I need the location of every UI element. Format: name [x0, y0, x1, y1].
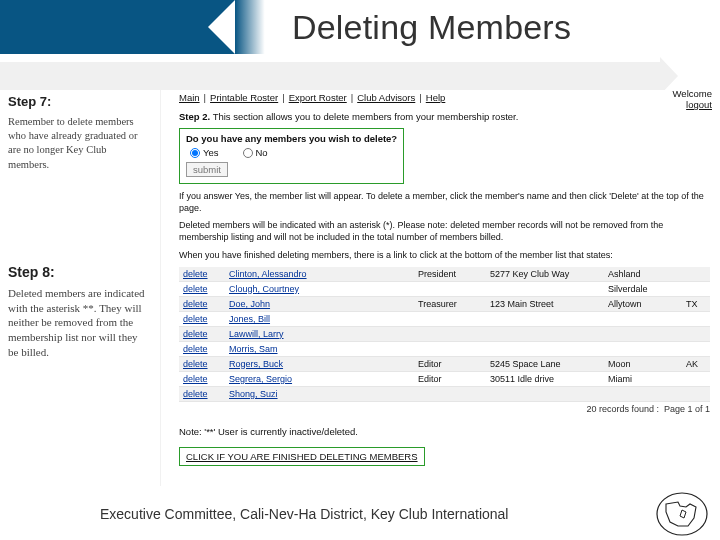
nav-main[interactable]: Main: [179, 92, 200, 103]
member-role: Editor: [414, 371, 486, 386]
delete-link[interactable]: delete: [183, 299, 208, 309]
member-state: [682, 386, 710, 401]
member-city: Moon: [604, 356, 682, 371]
delete-link[interactable]: delete: [183, 389, 208, 399]
instruction-3: When you have finished deleting members,…: [179, 249, 710, 261]
nav-export-roster[interactable]: Export Roster: [289, 92, 347, 103]
member-table-wrap: deleteClinton, AlessandroPresident5277 K…: [179, 267, 710, 414]
member-name-link[interactable]: Rogers, Buck: [229, 359, 283, 369]
finish-deleting-link[interactable]: CLICK IF YOU ARE FINISHED DELETING MEMBE…: [186, 451, 418, 462]
logo: [654, 490, 710, 538]
member-role: Editor: [414, 356, 486, 371]
district-map-icon: [656, 492, 708, 536]
step7-heading: Step 7:: [8, 94, 150, 109]
member-city: Ashland: [604, 267, 682, 282]
member-city: [604, 311, 682, 326]
welcome-label: Welcome: [673, 88, 712, 99]
table-row: deleteMorris, Sam: [179, 341, 710, 356]
radio-no[interactable]: [243, 148, 253, 158]
finish-box: CLICK IF YOU ARE FINISHED DELETING MEMBE…: [179, 447, 425, 466]
member-role: [414, 311, 486, 326]
inactive-note: Note: '**' User is currently inactive/de…: [179, 426, 710, 437]
member-city: Silverdale: [604, 281, 682, 296]
nav-help[interactable]: Help: [426, 92, 446, 103]
table-row: deleteDoe, JohnTreasurer123 Main StreetA…: [179, 296, 710, 311]
member-address: [486, 341, 604, 356]
member-name-link[interactable]: Shong, Suzi: [229, 389, 278, 399]
delete-link[interactable]: delete: [183, 329, 208, 339]
nav-club-advisors[interactable]: Club Advisors: [357, 92, 415, 103]
footer: Executive Committee, Cali-Nev-Ha Distric…: [0, 486, 720, 540]
delete-link[interactable]: delete: [183, 284, 208, 294]
nav-printable-roster[interactable]: Printable Roster: [210, 92, 278, 103]
member-role: President: [414, 267, 486, 282]
page-title: Deleting Members: [292, 8, 571, 47]
left-column: Step 7: Remember to delete members who h…: [0, 90, 160, 486]
radio-yes-text: Yes: [203, 147, 219, 158]
member-state: [682, 281, 710, 296]
member-name-link[interactable]: Segrera, Sergio: [229, 374, 292, 384]
table-row: deleteRogers, BuckEditor5245 Space LaneM…: [179, 356, 710, 371]
delete-question-box: Do you have any members you wish to dele…: [179, 128, 404, 184]
member-address: [486, 281, 604, 296]
member-address: [486, 311, 604, 326]
table-row: deleteClough, CourtneySilverdale: [179, 281, 710, 296]
member-role: [414, 341, 486, 356]
table-row: deleteSegrera, SergioEditor30511 Idle dr…: [179, 371, 710, 386]
step2-line: Step 2. This section allows you to delet…: [179, 111, 710, 122]
radio-yes[interactable]: [190, 148, 200, 158]
member-state: [682, 341, 710, 356]
member-state: TX: [682, 296, 710, 311]
table-row: deleteLawwill, Larry: [179, 326, 710, 341]
title-band: Deleting Members: [270, 0, 720, 54]
delete-link[interactable]: delete: [183, 344, 208, 354]
member-address: 123 Main Street: [486, 296, 604, 311]
table-row: deleteClinton, AlessandroPresident5277 K…: [179, 267, 710, 282]
member-name-link[interactable]: Morris, Sam: [229, 344, 278, 354]
member-address: 5277 Key Club Way: [486, 267, 604, 282]
delete-link[interactable]: delete: [183, 314, 208, 324]
nav-sep: |: [282, 92, 284, 103]
radio-no-label[interactable]: No: [243, 147, 268, 158]
submit-button[interactable]: submit: [186, 162, 228, 177]
radio-yes-label[interactable]: Yes: [190, 147, 219, 158]
member-name-link[interactable]: Lawwill, Larry: [229, 329, 284, 339]
svg-point-0: [657, 493, 707, 535]
member-name-link[interactable]: Clough, Courtney: [229, 284, 299, 294]
member-city: [604, 386, 682, 401]
nav-sep: |: [419, 92, 421, 103]
delete-link[interactable]: delete: [183, 374, 208, 384]
member-address: 30511 Idle drive: [486, 371, 604, 386]
member-state: [682, 267, 710, 282]
step8-body: Deleted members are indicated with the a…: [8, 286, 150, 360]
nav-sep: |: [204, 92, 206, 103]
delete-link[interactable]: delete: [183, 359, 208, 369]
nav-sep: |: [351, 92, 353, 103]
member-name-link[interactable]: Doe, John: [229, 299, 270, 309]
top-nav: Main| Printable Roster| Export Roster| C…: [179, 92, 710, 103]
member-city: Miami: [604, 371, 682, 386]
instruction-1: If you answer Yes, the member list will …: [179, 190, 710, 214]
instruction-2: Deleted members will be indicated with a…: [179, 219, 710, 243]
page-of: Page 1 of 1: [664, 404, 710, 414]
step2-text: This section allows you to delete member…: [213, 111, 519, 122]
member-city: [604, 341, 682, 356]
right-column: Welcome logout Main| Printable Roster| E…: [160, 90, 720, 486]
step7-body: Remember to delete members who have alre…: [8, 115, 150, 172]
arrow-banner: [0, 62, 660, 90]
member-city: [604, 326, 682, 341]
step2-label: Step 2.: [179, 111, 210, 122]
delete-link[interactable]: delete: [183, 269, 208, 279]
member-name-link[interactable]: Clinton, Alessandro: [229, 269, 307, 279]
page-meta: 20 records found : Page 1 of 1: [179, 404, 710, 414]
member-name-link[interactable]: Jones, Bill: [229, 314, 270, 324]
logout-link[interactable]: logout: [673, 99, 712, 110]
member-city: Allytown: [604, 296, 682, 311]
member-role: [414, 281, 486, 296]
radio-group: Yes No: [190, 147, 397, 158]
radio-no-text: No: [256, 147, 268, 158]
question-prompt: Do you have any members you wish to dele…: [186, 133, 397, 144]
member-state: [682, 311, 710, 326]
main-content: Step 7: Remember to delete members who h…: [0, 90, 720, 486]
member-table: deleteClinton, AlessandroPresident5277 K…: [179, 267, 710, 402]
